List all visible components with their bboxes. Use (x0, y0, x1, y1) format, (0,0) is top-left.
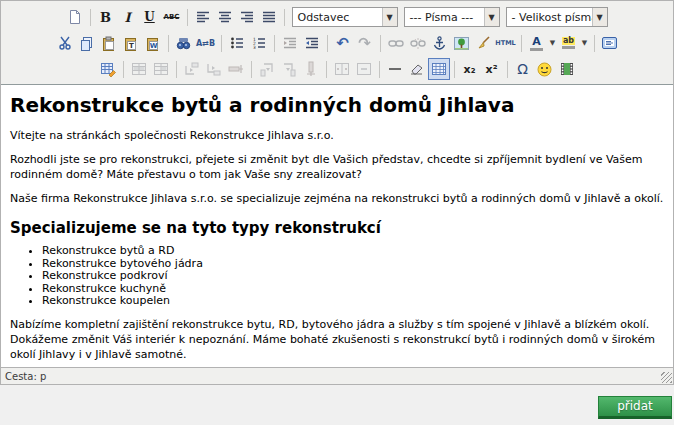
content-paragraph-3: Naše firma Rekonstrukce Jihlava s.r.o. s… (10, 191, 664, 206)
submit-button[interactable]: přidat (598, 396, 672, 419)
find-replace-icon[interactable]: A⇄B (195, 32, 217, 54)
chevron-down-icon: ▼ (484, 8, 499, 26)
content-bullet-list: Rekonstrukce bytů a RD Rekonstrukce byto… (10, 245, 664, 308)
split-cells-icon (331, 58, 353, 80)
indent-icon[interactable] (301, 32, 323, 54)
redo-glyph: ↷ (358, 36, 371, 51)
toolbar-row-1: B I U ABC Odstavec (3, 4, 671, 30)
superscript-icon[interactable]: x² (481, 58, 503, 80)
form-footer: přidat (0, 386, 674, 425)
link-icon (385, 32, 407, 54)
svg-text:T: T (129, 42, 134, 50)
text-color-dropdown-icon[interactable]: ▼ (548, 39, 558, 47)
editable-content-area[interactable]: Rekonstrukce bytů a rodinných domů Jihla… (1, 85, 673, 367)
remove-formatting-icon[interactable] (406, 58, 428, 80)
numbered-list-icon[interactable]: 123 (248, 32, 270, 54)
toggle-guidelines-icon[interactable] (428, 58, 450, 80)
separator (594, 35, 595, 52)
undo-icon[interactable]: ↶ (332, 32, 354, 54)
editor-toolbar: B I U ABC Odstavec (1, 1, 673, 85)
cleanup-icon[interactable] (473, 32, 495, 54)
cut-icon[interactable] (54, 32, 76, 54)
font-select[interactable]: --- Písma --- ▼ (404, 7, 500, 27)
separator (221, 35, 222, 52)
content-heading-1: Rekonstrukce bytů a rodinných domů Jihla… (10, 93, 664, 117)
media-icon[interactable] (556, 58, 578, 80)
find-replace-label: A⇄B (196, 39, 215, 48)
strikethrough-button[interactable]: ABC (161, 6, 183, 28)
separator (284, 9, 285, 26)
align-justify-icon[interactable] (258, 6, 280, 28)
superscript-label: x² (486, 63, 498, 76)
paste-as-text-icon[interactable]: T (120, 32, 142, 54)
underline-button[interactable]: U (139, 6, 161, 28)
background-color-dropdown-icon[interactable]: ▼ (580, 39, 590, 47)
separator (187, 9, 188, 26)
italic-label: I (124, 10, 130, 25)
copy-icon[interactable] (76, 32, 98, 54)
format-select[interactable]: Odstavec ▼ (292, 7, 398, 27)
italic-button[interactable]: I (117, 6, 139, 28)
svg-text:W: W (150, 42, 158, 50)
text-color-label: A (532, 36, 541, 47)
align-left-icon[interactable] (192, 6, 214, 28)
list-item: Rekonstrukce koupelen (42, 295, 664, 308)
delete-row-icon (225, 58, 247, 80)
content-paragraph-4: Nabízíme kompletní zajištění rekonstrukc… (10, 317, 664, 362)
image-icon[interactable] (451, 32, 473, 54)
element-path-label: Cesta: p (5, 371, 46, 382)
separator (507, 61, 508, 78)
paste-from-word-icon[interactable]: W (142, 32, 164, 54)
delete-column-icon (300, 58, 322, 80)
toolbar-row-3: x₂ x² Ω (3, 56, 671, 82)
resize-handle-icon[interactable] (661, 372, 672, 383)
omega-label: Ω (517, 61, 528, 77)
content-paragraph-1: Vítejte na stránkách společnosti Rekonst… (10, 128, 664, 143)
special-character-icon[interactable]: Ω (512, 58, 534, 80)
separator (380, 35, 381, 52)
undo-glyph: ↶ (336, 36, 349, 51)
horizontal-rule-icon[interactable] (384, 58, 406, 80)
text-color-icon[interactable]: A (526, 32, 548, 54)
content-paragraph-2: Rozhodli jste se pro rekonstrukci, přeje… (10, 152, 664, 182)
unlink-icon (407, 32, 429, 54)
list-item: Rekonstrukce podkroví (42, 270, 664, 283)
redo-icon: ↷ (354, 32, 376, 54)
separator (521, 35, 522, 52)
underline-label: U (144, 10, 154, 24)
paste-icon[interactable] (98, 32, 120, 54)
font-size-select[interactable]: - Velikost písma ▼ (506, 7, 608, 27)
bullet-list-icon[interactable] (226, 32, 248, 54)
insert-row-before-icon (181, 58, 203, 80)
separator (251, 61, 252, 78)
insert-row-after-icon (203, 58, 225, 80)
separator (90, 9, 91, 26)
list-item: Rekonstrukce bytů a RD (42, 245, 664, 258)
table-cell-properties-icon (150, 58, 172, 80)
toolbar-row-2: T W A⇄B 123 (3, 30, 671, 56)
insert-column-before-icon (256, 58, 278, 80)
chevron-down-icon: ▼ (382, 8, 397, 26)
anchor-icon[interactable] (429, 32, 451, 54)
html-label: HTML (495, 39, 515, 47)
separator (274, 35, 275, 52)
separator (176, 61, 177, 78)
outdent-icon (279, 32, 301, 54)
align-center-icon[interactable] (214, 6, 236, 28)
page: B I U ABC Odstavec (0, 0, 674, 425)
separator (326, 61, 327, 78)
emoticons-icon[interactable] (534, 58, 556, 80)
rich-text-editor: B I U ABC Odstavec (0, 0, 674, 385)
separator (168, 35, 169, 52)
background-color-icon[interactable]: ab (558, 32, 580, 54)
content-heading-2: Specializujeme se na tyto typy rekonstru… (10, 219, 664, 237)
insert-table-icon[interactable] (97, 58, 119, 80)
fullscreen-icon[interactable] (599, 32, 621, 54)
separator (379, 61, 380, 78)
find-icon[interactable] (173, 32, 195, 54)
html-source-icon[interactable]: HTML (495, 32, 517, 54)
align-right-icon[interactable] (236, 6, 258, 28)
new-document-icon[interactable] (64, 6, 86, 28)
bold-button[interactable]: B (95, 6, 117, 28)
subscript-icon[interactable]: x₂ (459, 58, 481, 80)
